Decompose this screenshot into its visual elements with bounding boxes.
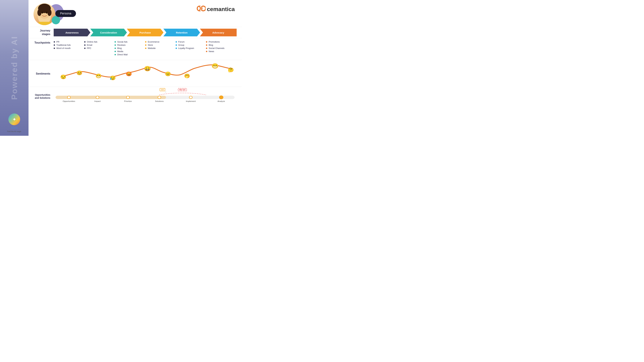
sidebar: Powered by AI Alex Feel the AI magic [0,0,28,136]
alex-name: Alex [11,126,18,130]
sentiments-row: Sentiments 😒 😊 😁 😥 😡 😄 😐 🤭 😁 🤔 [28,60,242,87]
sentiment-chart: 😒 😊 😁 😥 😡 😄 😐 🤭 😁 🤔 [54,62,236,85]
svg-point-3 [38,9,42,16]
go-nogo-area: GO NO GO ↓ [54,88,236,91]
top-section: Persona cemantica [28,0,242,27]
svg-text:Opportunities: Opportunities [63,100,75,102]
dot-traditional-ads [54,44,55,46]
touchpoint-reviews: Reviews [114,44,145,46]
svg-text:🤭: 🤭 [184,73,190,78]
touchpoint-direct-mail: Direct Mail [114,53,145,56]
touchpoints-group-awareness2: Online Ads Email PPC [84,40,115,56]
opportunities-row: Opportunitiesand Solutions GO NO GO ↓ Op… [28,87,242,105]
stage-purchase[interactable]: Purchase [127,29,164,36]
touchpoint-blog: Blog [114,47,145,49]
stage-consideration[interactable]: Consideration [90,29,127,36]
alex-tagline: Feel the AI magic [7,130,22,132]
svg-text:Impact: Impact [94,100,100,102]
journey-label: Journeystages [34,29,54,36]
main-content: Persona cemantica Journeystages Awarenes… [28,0,242,136]
dot-blog [114,48,116,49]
touchpoint-media: Media [114,50,145,53]
touchpoint-social-ads: Social Ads [114,40,145,43]
touchpoint-loyalty: Loyalty Program [176,47,206,49]
dot-ppc [84,48,86,49]
alex-logo-area: Alex Feel the AI magic [7,113,22,132]
persona-label: Persona [55,10,76,17]
svg-point-23 [96,96,99,99]
nogo-badge: NO GO [178,88,187,91]
touchpoint-pr: PR [54,40,84,43]
touchpoint-ecommerce: Ecommerce [145,40,176,43]
svg-text:😥: 😥 [110,75,116,80]
dot-reviews [114,44,116,46]
cemantica-logo: cemantica [196,5,235,13]
sentiment-svg: 😒 😊 😁 😥 😡 😄 😐 🤭 😁 🤔 [54,62,236,85]
svg-rect-7 [38,22,50,25]
touchpoints-group-advocacy: Promotions Blog Social Channels News [206,40,236,56]
go-badge: GO [160,88,165,91]
cemantica-name: cemantica [207,6,235,12]
opportunities-content: GO NO GO ↓ Opportunities Impact [54,88,236,104]
cemantica-icon [196,5,206,13]
svg-point-21 [68,96,70,99]
dot-pr [54,41,55,42]
dot-ecommerce [145,41,146,42]
dot-website [145,48,146,49]
dot-blog2 [206,44,207,46]
dot-promotions [206,41,207,42]
opportunities-svg: Opportunities Impact Prioritze Solutions… [54,91,236,103]
touchpoint-email: Email [84,44,115,46]
opportunities-label: Opportunitiesand Solutions [34,93,54,99]
touchpoint-online-ads: Online Ads [84,40,115,43]
persona-area: Persona [34,3,55,25]
touchpoints-group-awareness1: PR Traditional Ads Word of mouth [54,40,84,56]
dot-media [114,51,116,52]
touchpoints-group-purchase: Ecommerce Store Website [145,40,176,56]
touchpoint-group: Group [176,44,206,46]
touchpoint-traditional-ads: Traditional Ads [54,44,84,46]
touchpoint-news: News [206,50,236,53]
svg-text:Solutions: Solutions [155,100,164,102]
touchpoint-promotions: Promotions [206,40,236,43]
svg-text:Prioritze: Prioritze [124,100,132,102]
go-arrow: ↓ [165,90,166,93]
dot-forum [176,41,177,42]
dot-word-of-mouth [54,48,55,49]
dot-email [84,44,86,46]
svg-text:😁: 😁 [96,73,102,78]
svg-text:😁: 😁 [212,63,219,69]
dot-online-ads [84,41,86,42]
dot-group [176,44,177,46]
stage-awareness[interactable]: Awareness [54,29,90,36]
stages-container: Awareness Consideration Purchase Retenti… [54,29,236,36]
touchpoint-forum: Forum [176,40,206,43]
svg-rect-20 [56,96,166,99]
svg-text:😐: 😐 [165,71,171,76]
svg-text:Implement: Implement [186,100,196,102]
dot-store [145,44,146,46]
stage-retention[interactable]: Retention [163,29,200,36]
touchpoints-content: PR Traditional Ads Word of mouth Online … [54,40,236,56]
svg-point-25 [126,96,130,99]
touchpoint-social-channels: Social Channels [206,47,236,49]
svg-text:😒: 😒 [60,74,66,79]
svg-point-31 [219,96,223,99]
svg-point-6 [46,11,48,13]
dot-social-ads [114,41,116,42]
svg-point-4 [48,9,52,16]
touchpoints-row: Touchpoints PR Traditional Ads Word of m… [28,38,242,60]
stage-advocacy[interactable]: Advocacy [200,29,237,36]
powered-by-text: Powered by AI [10,36,19,100]
alex-logo-icon [8,113,20,125]
touchpoint-website: Website [145,47,176,49]
dot-direct-mail [114,54,116,55]
touchpoint-store: Store [145,44,176,46]
touchpoint-blog2: Blog [206,44,236,46]
touchpoints-group-retention: Forum Group Loyalty Program [176,40,206,56]
svg-text:🤔: 🤔 [228,67,234,72]
svg-text:😡: 😡 [126,71,132,76]
touchpoint-word-of-mouth: Word of mouth [54,47,84,49]
journey-stages-row: Journeystages Awareness Consideration Pu… [28,27,242,38]
sentiments-label: Sentiments [34,71,54,75]
